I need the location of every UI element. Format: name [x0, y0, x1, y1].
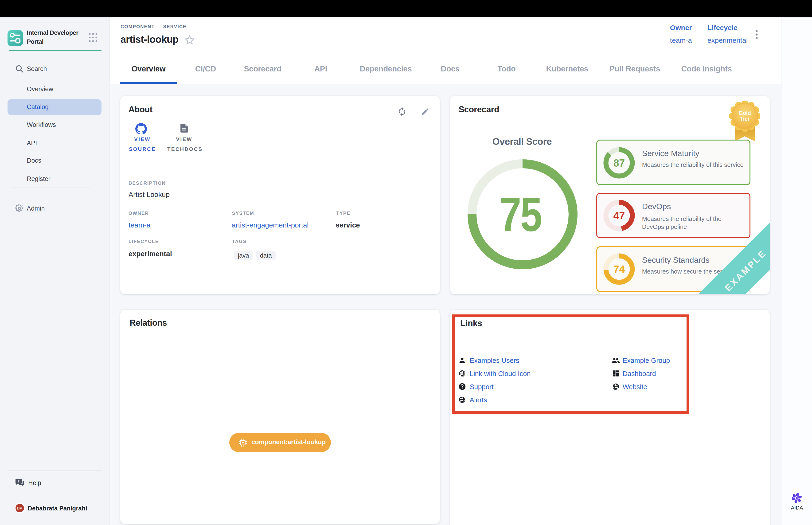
svg-text:87: 87 [613, 157, 625, 168]
svg-text:Tier: Tier [740, 116, 750, 122]
svg-text:Gold: Gold [738, 110, 751, 116]
svg-text:47: 47 [613, 210, 625, 221]
svg-text:?: ? [17, 479, 19, 483]
svg-text:74: 74 [613, 263, 625, 275]
